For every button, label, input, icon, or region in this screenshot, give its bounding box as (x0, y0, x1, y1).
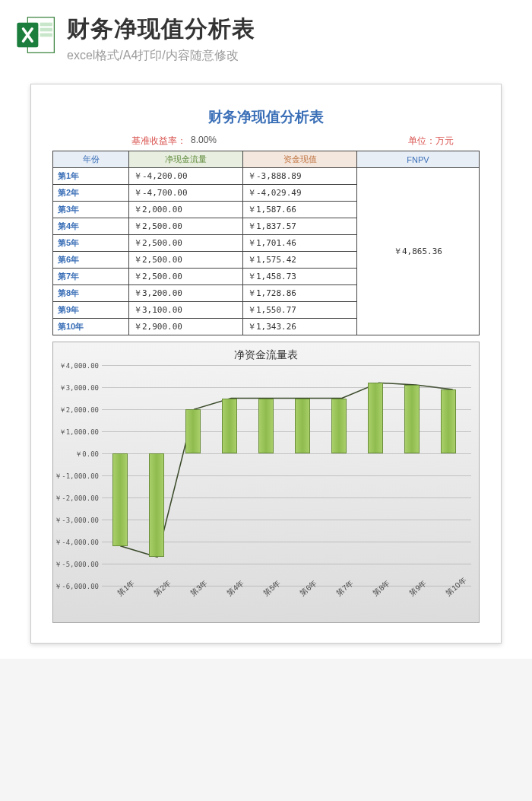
cell-year: 第1年 (53, 168, 129, 185)
cell-year: 第4年 (53, 218, 129, 235)
chart-y-tick-label: ￥4,000.00 (59, 361, 102, 371)
document-page: 财务净现值分析表 基准收益率： 8.00% 单位：万元 年份 净现金流量 资金现… (30, 84, 502, 644)
cell-pv: ￥1,837.57 (243, 218, 357, 235)
chart-y-tick-label: ￥-4,000.00 (55, 538, 102, 548)
chart-y-tick-label: ￥0.00 (75, 450, 102, 459)
cell-pv: ￥1,458.73 (243, 269, 357, 285)
cell-year: 第10年 (53, 319, 129, 335)
cell-pv: ￥-3,888.89 (243, 168, 357, 185)
chart-y-tick-label: ￥-5,000.00 (55, 560, 102, 570)
chart-bar (368, 383, 383, 453)
chart-bar (404, 385, 420, 453)
cell-pv: ￥-4,029.49 (243, 185, 357, 202)
rate-label: 基准收益率： (131, 135, 186, 148)
col-header-cashflow: 净现金流量 (129, 151, 243, 168)
svg-rect-2 (40, 23, 52, 27)
chart-bar (112, 453, 128, 546)
cell-cashflow: ￥2,500.00 (129, 218, 243, 235)
cell-year: 第2年 (53, 185, 129, 202)
rate-value: 8.00% (191, 135, 217, 148)
chart-gridline: ￥-5,000.00 (102, 564, 471, 564)
col-header-fnpv: FNPV (357, 151, 480, 168)
chart-plot-area: ￥4,000.00￥3,000.00￥2,000.00￥1,000.00￥0.0… (102, 365, 471, 586)
cell-year: 第5年 (53, 235, 129, 252)
cell-cashflow: ￥2,500.00 (129, 252, 243, 269)
chart-bar (149, 453, 164, 557)
cell-year: 第9年 (53, 302, 129, 319)
chart-bar (258, 399, 274, 454)
npv-table: 年份 净现金流量 资金现值 FNPV 第1年￥-4,200.00￥-3,888.… (52, 151, 480, 335)
cell-pv: ￥1,587.66 (243, 202, 357, 218)
cell-pv: ￥1,343.26 (243, 319, 357, 335)
chart-bar (441, 389, 456, 453)
cell-pv: ￥1,701.46 (243, 235, 357, 252)
chart-bar (222, 399, 237, 454)
table-header-row: 年份 净现金流量 资金现值 FNPV (53, 151, 480, 168)
chart-gridline: ￥4,000.00 (102, 365, 471, 366)
chart-y-tick-label: ￥-6,000.00 (55, 582, 102, 592)
chart-title: 净资金流量表 (56, 348, 476, 362)
cell-fnpv: ￥4,865.36 (357, 168, 480, 335)
template-title: 财务净现值分析表 (67, 14, 517, 45)
chart-bar (331, 399, 347, 454)
excel-file-icon (15, 14, 58, 56)
svg-rect-4 (40, 28, 52, 32)
cell-year: 第8年 (53, 285, 129, 302)
svg-rect-6 (40, 33, 52, 37)
cell-pv: ￥1,728.86 (243, 285, 357, 302)
cell-cashflow: ￥-4,200.00 (129, 168, 243, 185)
unit-label: 单位：万元 (408, 135, 454, 148)
table-row: 第1年￥-4,200.00￥-3,888.89￥4,865.36 (53, 168, 480, 185)
cell-year: 第3年 (53, 202, 129, 218)
cell-pv: ￥1,550.77 (243, 302, 357, 319)
template-subtitle: excel格式/A4打印/内容随意修改 (67, 48, 517, 64)
chart-y-tick-label: ￥-1,000.00 (55, 472, 102, 482)
chart-y-tick-label: ￥1,000.00 (59, 428, 102, 437)
cell-cashflow: ￥3,100.00 (129, 302, 243, 319)
cell-year: 第7年 (53, 269, 129, 285)
chart-y-tick-label: ￥3,000.00 (59, 383, 102, 393)
chart-y-tick-label: ￥2,000.00 (59, 405, 102, 415)
template-header: 财务净现值分析表 excel格式/A4打印/内容随意修改 (0, 0, 532, 70)
cell-pv: ￥1,575.42 (243, 252, 357, 269)
chart-bar (295, 399, 310, 454)
chart-container: 净资金流量表 ￥4,000.00￥3,000.00￥2,000.00￥1,000… (52, 342, 480, 623)
cell-cashflow: ￥2,900.00 (129, 319, 243, 335)
chart-x-axis: 第1年第2年第3年第4年第5年第6年第7年第8年第9年第10年 (102, 586, 471, 624)
cell-cashflow: ￥2,000.00 (129, 202, 243, 218)
cell-cashflow: ￥-4,700.00 (129, 185, 243, 202)
cell-cashflow: ￥3,200.00 (129, 285, 243, 302)
cell-cashflow: ￥2,500.00 (129, 235, 243, 252)
doc-title: 财务净现值分析表 (52, 107, 480, 127)
chart-bar (185, 409, 201, 453)
cell-year: 第6年 (53, 252, 129, 269)
cell-cashflow: ￥2,500.00 (129, 269, 243, 285)
chart-y-tick-label: ￥-2,000.00 (55, 494, 102, 504)
meta-row: 基准收益率： 8.00% 单位：万元 (52, 135, 480, 148)
col-header-pv: 资金现值 (243, 151, 357, 168)
col-header-year: 年份 (53, 151, 129, 168)
chart-y-tick-label: ￥-3,000.00 (55, 516, 102, 526)
